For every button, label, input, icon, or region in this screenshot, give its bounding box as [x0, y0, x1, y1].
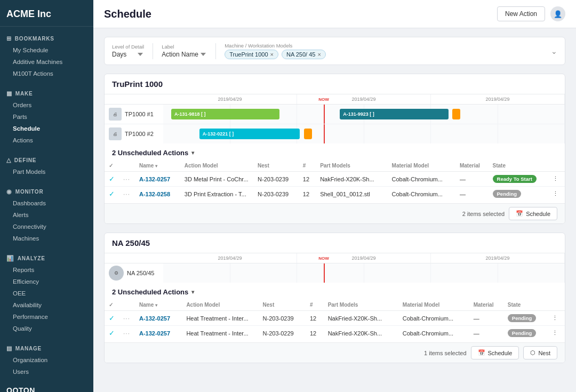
row-check[interactable]: ✓ [105, 326, 119, 341]
grid-line [297, 263, 364, 283]
nav-section-make: ▦ MAKE Orders Parts Schedule Actions [0, 82, 93, 148]
now-line-tp2 [324, 124, 325, 143]
sidebar-item-machines[interactable]: Machines [0, 233, 93, 244]
row-check[interactable]: ✓ [105, 187, 119, 202]
calendar-icon-na: 📅 [478, 349, 485, 356]
na-schedule-button[interactable]: 📅 Schedule [471, 346, 519, 359]
col-part-models: Part Models [324, 299, 398, 311]
new-action-button[interactable]: New Action [497, 6, 545, 21]
sidebar-item-alerts[interactable]: Alerts [0, 209, 93, 221]
na-unscheduled-header[interactable]: 2 Unscheduled Actions ▾ [105, 283, 565, 299]
truprint-machine-header: TruPrint 1000 [105, 74, 565, 94]
level-of-detail-select[interactable]: Days Hours Weeks [112, 51, 144, 58]
sidebar-item-m100t-actions[interactable]: M100T Actions [0, 68, 93, 79]
row-menu[interactable]: ⋮ [548, 326, 565, 341]
truprint-bar-1b[interactable]: A-131-9923 [ ] [340, 109, 448, 119]
row-menu[interactable]: ⋮ [548, 172, 565, 187]
filter-bar: Level of Detail Days Hours Weeks Label A… [104, 37, 565, 65]
truprint-row-1: 🖨 TP1000 #1 A-131-9818 [ ] [105, 105, 565, 124]
col-num: # [299, 160, 316, 172]
grid-line [498, 124, 565, 143]
row-nest: N-203-0239 [253, 187, 299, 202]
row-name[interactable]: A-132-0258 [135, 187, 180, 202]
truprint-row2-thumb: 🖨 [109, 127, 122, 140]
row-name[interactable]: A-132-0257 [135, 326, 182, 341]
truprint-bar-2a[interactable]: A-132-0221 [ ] [199, 129, 300, 139]
na-nest-button[interactable]: ⬡ Nest [523, 346, 557, 359]
sidebar-item-parts[interactable]: Parts [0, 111, 93, 123]
sidebar-item-schedule[interactable]: Schedule [0, 123, 93, 134]
sidebar-item-my-schedule[interactable]: My Schedule [0, 44, 93, 56]
truprint-bar-2b[interactable] [304, 129, 312, 139]
sidebar-item-availability[interactable]: Availability [0, 299, 93, 311]
row-check[interactable]: ✓ [105, 172, 119, 187]
na-row1-label: ⚙ NA 250/45 [105, 263, 163, 283]
na-unscheduled-arrow: ▾ [191, 289, 194, 295]
nest-icon: ⬡ [530, 349, 535, 356]
row-name[interactable]: A-132-0257 [135, 172, 180, 187]
sidebar-item-connectivity[interactable]: Connectivity [0, 221, 93, 233]
sidebar-item-orders[interactable]: Orders [0, 99, 93, 111]
row-action-model: Heat Treatment - Inter... [182, 311, 258, 326]
sidebar-item-quality[interactable]: Quality [0, 323, 93, 334]
truprint-bar-1a[interactable]: A-131-9818 [ ] [171, 109, 279, 119]
na-row1-grid [163, 263, 565, 283]
row-name[interactable]: A-132-0257 [135, 311, 182, 326]
truprint-row1-thumb: 🖨 [109, 108, 122, 121]
truprint-bar-1c[interactable] [452, 109, 460, 119]
col-name[interactable]: Name ▾ [135, 299, 182, 311]
truprint-date-2: 2019/04/29 [297, 94, 431, 104]
na-actions-table: ✓ Name ▾ Action Model Nest # Part Models… [105, 299, 565, 340]
nav-section-title-analyze: 📊 ANALYZE [0, 252, 93, 264]
row-menu[interactable]: ⋮ [548, 311, 565, 326]
truprint-section: TruPrint 1000 2019/04/29 2019/04/29 2019… [104, 74, 565, 224]
row-material: — [469, 311, 503, 326]
nav-section-analyze: 📊 ANALYZE Reports Efficiency OEE Availab… [0, 246, 93, 337]
filter-tags: TruePrint 1000 × NA 250/ 45 × [225, 50, 326, 59]
sidebar-item-users[interactable]: Users [0, 366, 93, 378]
row-state: Pending [503, 311, 548, 326]
na-date-2: 2019/04/29 [297, 253, 431, 263]
row-material-model: Cobalt-Chromium... [398, 311, 469, 326]
col-name[interactable]: Name ▾ [135, 160, 180, 172]
row-part-models: NakFried-X20K-Sh... [316, 172, 387, 187]
label-filter-select[interactable]: Action Name [162, 51, 207, 58]
row-menu[interactable]: ⋮ [548, 187, 565, 202]
row-num: 12 [299, 187, 316, 202]
grid-line [230, 263, 298, 283]
col-check: ✓ [105, 160, 119, 172]
sidebar-item-efficiency[interactable]: Efficiency [0, 276, 93, 287]
machine-filter-label: Machine / Workstation Models [225, 43, 326, 49]
row-material-model: Cobalt-Chromium... [398, 326, 469, 341]
sidebar-item-dashboards[interactable]: Dashboards [0, 197, 93, 209]
sidebar-item-actions[interactable]: Actions [0, 134, 93, 146]
sidebar-item-reports[interactable]: Reports [0, 264, 93, 276]
nav-section-title-define: △ DEFINE [0, 154, 93, 166]
truprint-table-row: ✓ ··· A-132-0258 3D Print Extraction - T… [105, 187, 565, 202]
sidebar-item-oee[interactable]: OEE [0, 287, 93, 299]
row-nest: N-203-0239 [259, 311, 306, 326]
truprint-gantt: 2019/04/29 2019/04/29 2019/04/29 🖨 TP100… [105, 94, 565, 143]
define-icon: △ [6, 157, 11, 164]
row-num: 12 [306, 326, 324, 341]
sidebar-item-additive-machines[interactable]: Additive Machines [0, 56, 93, 68]
truprint-schedule-button[interactable]: 📅 Schedule [509, 207, 557, 220]
sidebar-item-organization[interactable]: Organization [0, 354, 93, 366]
filter-tag-truprint: TruePrint 1000 × [225, 50, 278, 59]
remove-truprint-tag[interactable]: × [270, 51, 274, 58]
sidebar-item-performance[interactable]: Performance [0, 311, 93, 323]
row-check[interactable]: ✓ [105, 311, 119, 326]
user-avatar[interactable]: 👤 [550, 6, 565, 21]
row-material: — [455, 172, 489, 187]
filter-expand-icon[interactable]: ⌄ [551, 47, 557, 55]
sidebar: ACME Inc ⊞ BOOKMARKS My Schedule Additiv… [0, 0, 93, 392]
content-area: Level of Detail Days Hours Weeks Label A… [93, 28, 576, 392]
nav-section-define: △ DEFINE Part Models [0, 148, 93, 180]
truprint-unscheduled-header[interactable]: 2 Unscheduled Actions ▾ [105, 143, 565, 160]
level-of-detail-filter: Level of Detail Days Hours Weeks [112, 44, 144, 58]
manage-icon: ▤ [6, 345, 12, 352]
col-nest: Nest [253, 160, 299, 172]
na-row1-track: NOW [163, 263, 565, 283]
remove-na250-tag[interactable]: × [317, 51, 321, 58]
sidebar-item-part-models[interactable]: Part Models [0, 166, 93, 178]
